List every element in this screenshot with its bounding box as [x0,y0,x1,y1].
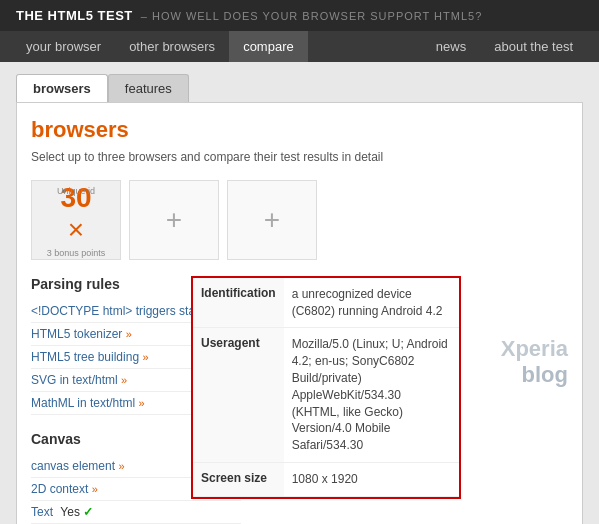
tabs: browsers features [16,74,583,102]
item-text: MathML in text/html [31,396,135,410]
browsers-heading: browsers [31,117,568,143]
check-icon: ✓ [83,505,93,519]
detail-table: Identification a unrecognized device (C6… [193,278,459,497]
nav-bar: your browser other browsers compare news… [0,31,599,62]
item-text: canvas element [31,459,115,473]
arrow-icon: » [126,328,132,340]
item-value: Yes [60,505,80,519]
useragent-value: Mozilla/5.0 (Linux; U; Android 4.2; en-u… [284,328,459,463]
detail-row-identification: Identification a unrecognized device (C6… [193,278,459,328]
detail-row-screensize: Screen size 1080 x 1920 [193,462,459,496]
detail-overlay: Identification a unrecognized device (C6… [191,276,461,499]
slot-2-plus: + [166,204,182,236]
watermark-blog: blog [448,362,568,388]
tab-features[interactable]: features [108,74,189,102]
identification-value: a unrecognized device (C6802) running An… [284,278,459,328]
arrow-icon: » [92,483,98,495]
watermark-xperia: Xperia [448,336,568,362]
nav-right: news about the test [422,31,587,62]
item-text: Text [31,505,53,519]
slot-1-bonus: 3 bonus points [47,248,106,258]
browser-slot-3[interactable]: + [227,180,317,260]
browser-slot-1[interactable]: Unique id 30 × 3 bonus points [31,180,121,260]
watermark-area: Xperia blog [448,336,568,388]
detail-row-useragent: Useragent Mozilla/5.0 (Linux; U; Android… [193,328,459,463]
browser-slot-2[interactable]: + [129,180,219,260]
arrow-icon: » [142,351,148,363]
content-inner: Parsing rules <!DOCTYPE html> triggers s… [31,276,568,524]
nav-other-browsers[interactable]: other browsers [115,31,229,62]
useragent-label: Useragent [193,328,284,463]
nav-your-browser[interactable]: your browser [12,31,115,62]
item-text: HTML5 tokenizer [31,327,122,341]
slot-1-xmark: × [68,214,84,246]
browsers-desc: Select up to three browsers and compare … [31,149,568,166]
content-panel: browsers Select up to three browsers and… [16,102,583,524]
slot-3-plus: + [264,204,280,236]
item-text: SVG in text/html [31,373,118,387]
arrow-icon: » [118,460,124,472]
nav-news[interactable]: news [422,31,480,62]
nav-compare[interactable]: compare [229,31,308,62]
arrow-icon: » [139,397,145,409]
site-title: THE HTML5 TEST [16,8,133,23]
slot-1-label: Unique id [32,186,120,196]
main-area: browsers features browsers Select up to … [0,62,599,524]
item-text: HTML5 tree building [31,350,139,364]
item-text: <!DOCTYPE html> triggers sta [31,304,195,318]
browser-slots: Unique id 30 × 3 bonus points + + [31,180,568,260]
arrow-icon: » [121,374,127,386]
identification-label: Identification [193,278,284,328]
canvas-item[interactable]: Text Yes ✓ [31,501,241,524]
item-text: 2D context [31,482,88,496]
nav-about-the-test[interactable]: about the test [480,31,587,62]
screensize-label: Screen size [193,462,284,496]
tab-browsers[interactable]: browsers [16,74,108,102]
screensize-value: 1080 x 1920 [284,462,459,496]
nav-left: your browser other browsers compare [12,31,308,62]
site-subtitle: – HOW WELL DOES YOUR BROWSER SUPPORT HTM… [141,10,483,22]
header: THE HTML5 TEST – HOW WELL DOES YOUR BROW… [0,0,599,31]
